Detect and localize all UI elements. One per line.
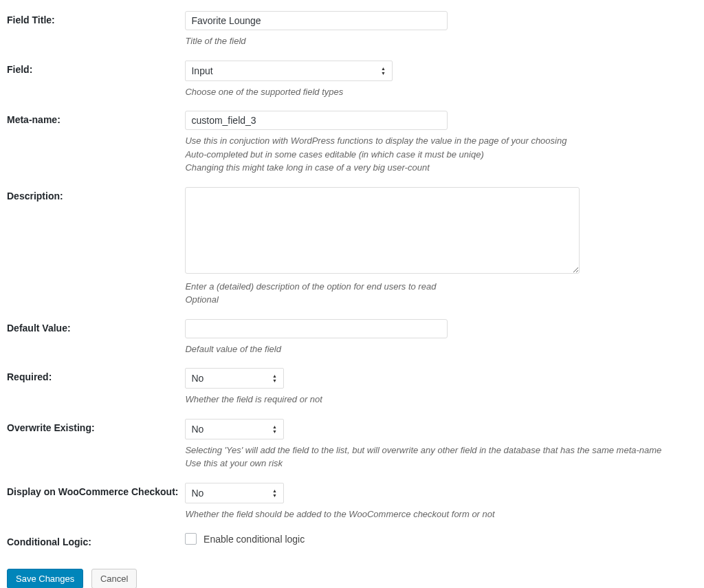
label-field-type: Field: xyxy=(7,55,185,106)
overwrite-value: No xyxy=(191,424,204,435)
required-select[interactable]: No xyxy=(185,368,284,389)
hint-default-value: Default value of the field xyxy=(185,342,690,356)
chevron-updown-icon xyxy=(270,373,279,383)
label-meta-name: Meta-name: xyxy=(7,105,185,182)
conditional-logic-checkbox-label: Enable conditional logic xyxy=(204,534,305,545)
label-default-value: Default Value: xyxy=(7,314,185,363)
overwrite-select[interactable]: No xyxy=(185,419,284,439)
form-actions: Save Changes Cancel xyxy=(7,569,697,588)
label-description: Description: xyxy=(7,182,185,314)
save-button[interactable]: Save Changes xyxy=(7,569,83,588)
cancel-button[interactable]: Cancel xyxy=(91,569,137,588)
hint-woo: Whether the field should be added to the… xyxy=(185,508,690,521)
chevron-updown-icon xyxy=(270,424,279,434)
hint-description: Enter a (detailed) description of the op… xyxy=(185,280,690,307)
default-value-input[interactable] xyxy=(185,319,448,338)
field-type-value: Input xyxy=(191,65,212,76)
field-title-input[interactable] xyxy=(185,11,448,30)
label-required: Required: xyxy=(7,362,185,413)
hint-meta-name: Use this in conjuction with WordPress fu… xyxy=(185,134,690,175)
required-value: No xyxy=(191,373,204,384)
woo-checkout-select[interactable]: No xyxy=(185,483,284,503)
hint-field-type: Choose one of the supported field types xyxy=(185,85,690,99)
description-textarea[interactable] xyxy=(185,187,580,274)
field-type-select[interactable]: Input xyxy=(185,61,393,81)
conditional-logic-checkbox[interactable] xyxy=(185,533,197,545)
label-conditional-logic: Conditional Logic: xyxy=(7,527,185,556)
chevron-updown-icon xyxy=(270,488,279,498)
hint-required: Whether the field is required or not xyxy=(185,393,690,406)
hint-overwrite: Selecting 'Yes' will add the field to th… xyxy=(185,444,690,470)
label-field-title: Field Title: xyxy=(7,6,185,55)
chevron-updown-icon xyxy=(378,66,388,76)
label-woo-checkout: Display on WooCommerce Checkout: xyxy=(7,477,185,528)
woo-checkout-value: No xyxy=(191,488,204,499)
field-form: Field Title: Title of the field Field: I… xyxy=(7,6,697,556)
hint-field-title: Title of the field xyxy=(185,34,690,48)
meta-name-input[interactable] xyxy=(185,111,448,130)
label-overwrite: Overwrite Existing: xyxy=(7,413,185,477)
